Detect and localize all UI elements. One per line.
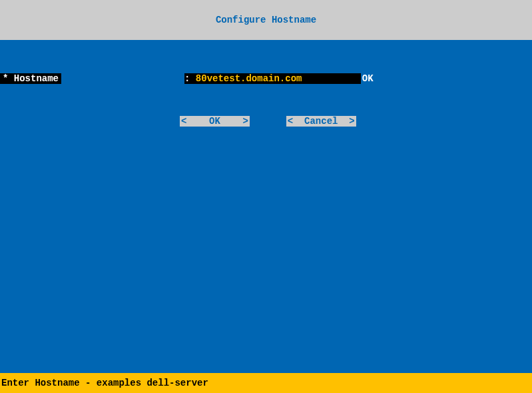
hostname-field-row: * Hostname : OK [0,73,532,84]
hostname-input-wrap: : OK [184,73,374,84]
status-text: Enter Hostname - examples dell-server [1,378,208,388]
field-prefix: : [184,73,196,84]
ok-button[interactable]: < OK > [180,116,250,127]
hostname-label: * Hostname [0,73,61,84]
cancel-button[interactable]: < Cancel > [286,116,356,127]
button-row: < OK > < Cancel > [0,116,532,127]
title-bar: Configure Hostname [0,0,532,40]
page-title: Configure Hostname [216,15,316,25]
field-suffix: OK [361,73,374,84]
hostname-input[interactable] [196,73,361,84]
status-bar: Enter Hostname - examples dell-server [0,373,532,393]
